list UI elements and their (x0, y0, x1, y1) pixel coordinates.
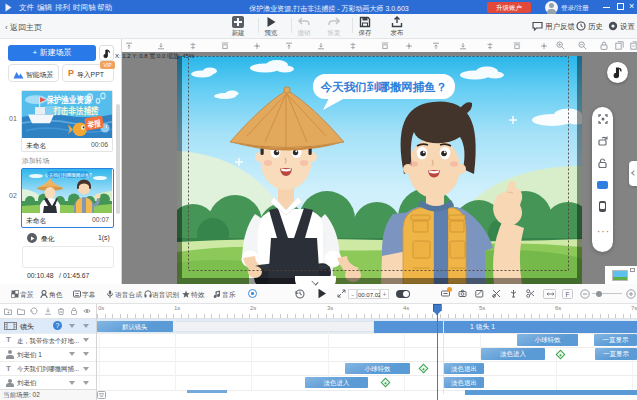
svg-text:打击非法捕捞: 打击非法捕捞 (53, 106, 99, 117)
svg-text:保护渔业资源: 保护渔业资源 (46, 95, 92, 106)
svg-text:今天我们到哪撒网捕鱼?: 今天我们到哪撒网捕鱼? (44, 172, 92, 178)
